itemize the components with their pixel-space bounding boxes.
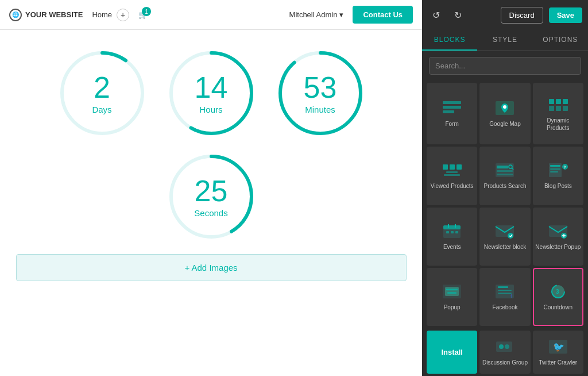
viewed-products-label: Viewed Products	[431, 182, 474, 190]
newsletter-popup-label: Newsletter Popup	[535, 243, 581, 251]
svg-rect-17	[556, 106, 561, 111]
discard-button[interactable]: Discard	[501, 7, 543, 24]
block-form[interactable]: Form	[427, 83, 477, 144]
main-content: 2 Days 14 Hours	[0, 30, 422, 376]
svg-rect-18	[563, 106, 568, 111]
tab-options[interactable]: OPTIONS	[533, 30, 588, 51]
svg-rect-10	[443, 110, 454, 113]
block-products-search[interactable]: Products Search	[479, 147, 530, 205]
minutes-number: 53	[304, 72, 337, 102]
block-countdown[interactable]: 3 Countdown	[533, 268, 583, 326]
save-button[interactable]: Save	[549, 7, 582, 23]
svg-rect-51	[445, 287, 459, 296]
minutes-circle: 53 Minutes	[274, 47, 366, 139]
svg-point-43	[508, 233, 513, 239]
svg-rect-37	[446, 231, 449, 233]
svg-rect-23	[444, 174, 460, 176]
block-discussion-group[interactable]: Discussion Group	[479, 331, 530, 374]
svg-point-34	[562, 164, 568, 170]
right-panel: ↺ ↻ Discard Save BLOCKS STYLE OPTIONS Fo…	[422, 0, 588, 376]
minutes-label: Minutes	[305, 105, 335, 114]
newsletter-block-label: Newsletter block	[484, 243, 526, 251]
block-google-map[interactable]: Google Map	[479, 83, 530, 144]
hours-number: 14	[195, 72, 228, 102]
block-blog-posts[interactable]: Blog Posts	[533, 147, 583, 205]
svg-rect-28	[497, 170, 513, 172]
cart-button[interactable]: 🛒 1	[138, 10, 148, 19]
newsletter-block-icon	[493, 222, 516, 240]
home-link[interactable]: Home	[92, 10, 112, 19]
hours-label: Hours	[199, 105, 222, 114]
contact-button[interactable]: Contact Us	[353, 6, 413, 24]
seconds-label: Seconds	[194, 208, 227, 218]
undo-button[interactable]: ↺	[428, 7, 444, 23]
days-circle: 2 Days	[56, 47, 148, 139]
newsletter-popup-icon	[547, 222, 570, 240]
block-viewed-products[interactable]: Viewed Products	[427, 147, 477, 205]
svg-text:🐦: 🐦	[553, 342, 564, 352]
user-label: Mitchell Admin	[289, 10, 338, 19]
dynamic-products-icon	[547, 96, 570, 113]
discussion-group-label: Discussion Group	[482, 359, 528, 366]
redo-button[interactable]: ↻	[450, 7, 466, 23]
block-events[interactable]: Events	[427, 208, 477, 266]
svg-rect-36	[443, 225, 461, 229]
svg-rect-62	[496, 342, 512, 352]
blog-posts-icon	[547, 162, 570, 179]
svg-rect-56	[498, 290, 512, 291]
tab-style[interactable]: STYLE	[477, 30, 532, 51]
dynamic-products-label: Dynamic Products	[535, 117, 581, 132]
countdown-row-bottom: 25 Seconds	[165, 151, 257, 243]
form-label: Form	[445, 120, 458, 128]
seconds-circle: 25 Seconds	[165, 151, 257, 243]
block-twitter[interactable]: 🐦 Twitter Crawler	[533, 331, 583, 374]
svg-rect-53	[447, 292, 457, 294]
svg-rect-31	[550, 165, 560, 167]
products-search-label: Products Search	[484, 182, 527, 190]
brand-label: YOUR WEBSITE	[25, 10, 83, 19]
block-newsletter-popup[interactable]: Newsletter Popup	[533, 208, 583, 266]
svg-point-12	[503, 105, 506, 109]
days-label: Days	[92, 105, 111, 114]
block-newsletter-block[interactable]: Newsletter block	[479, 208, 530, 266]
svg-rect-13	[549, 99, 554, 104]
add-nav-button[interactable]: +	[117, 9, 129, 21]
events-label: Events	[443, 243, 461, 251]
viewed-products-icon	[440, 162, 463, 179]
search-input[interactable]	[429, 57, 581, 75]
google-map-label: Google Map	[489, 120, 520, 128]
minutes-inner: 53 Minutes	[304, 72, 337, 114]
svg-rect-55	[498, 286, 508, 288]
svg-rect-9	[443, 106, 461, 109]
facebook-icon: f	[493, 283, 516, 300]
svg-rect-16	[549, 106, 554, 111]
days-number: 2	[94, 72, 110, 102]
tab-blocks[interactable]: BLOCKS	[422, 30, 477, 51]
svg-text:3: 3	[556, 289, 559, 295]
right-top-bar: ↺ ↻ Discard Save	[422, 0, 588, 30]
svg-rect-22	[446, 171, 458, 173]
install-button[interactable]: Install	[427, 331, 477, 374]
facebook-label: Facebook	[493, 304, 518, 311]
block-popup[interactable]: Popup	[427, 268, 477, 326]
svg-rect-52	[446, 289, 458, 290]
svg-point-64	[505, 344, 509, 349]
countdown-label: Countdown	[544, 304, 573, 311]
bottom-row: Install Discussion Group 🐦 Twitter Crawl…	[422, 328, 588, 376]
svg-rect-25	[497, 166, 508, 168]
countdown-row-top: 2 Days 14 Hours	[56, 47, 366, 139]
add-images-button[interactable]: + Add Images	[16, 254, 407, 281]
cart-badge: 1	[142, 7, 151, 16]
google-map-icon	[493, 99, 516, 117]
block-facebook[interactable]: f Facebook	[479, 268, 530, 326]
svg-rect-15	[563, 99, 568, 104]
nav-links: Home +	[92, 9, 129, 21]
form-icon	[440, 99, 463, 117]
block-dynamic-products[interactable]: Dynamic Products	[533, 83, 583, 144]
brand: 🌐 YOUR WEBSITE	[9, 9, 83, 21]
navbar: 🌐 YOUR WEBSITE Home + 🛒 1 Mitchell Admin…	[0, 0, 422, 30]
user-dropdown[interactable]: Mitchell Admin ▾	[289, 10, 344, 19]
discussion-group-icon	[493, 338, 516, 355]
svg-rect-32	[550, 168, 560, 170]
products-search-icon	[493, 162, 516, 179]
